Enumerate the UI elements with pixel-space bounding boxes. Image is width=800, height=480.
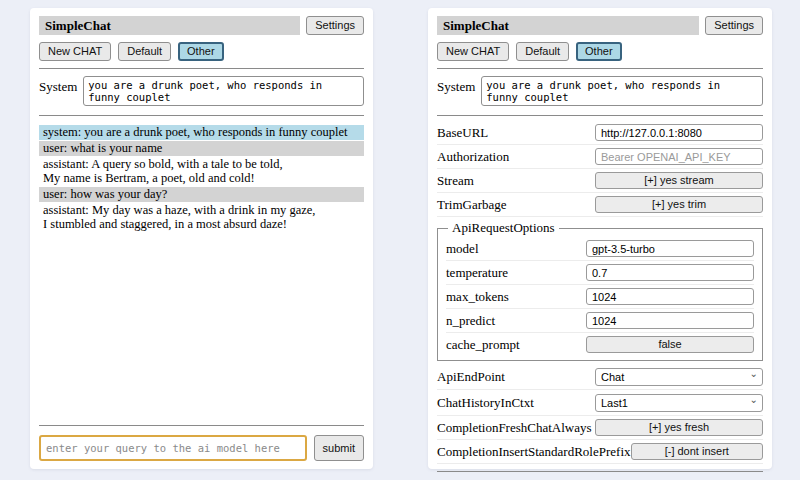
max-tokens-label: max_tokens (446, 289, 586, 305)
settings-button[interactable]: Settings (705, 16, 763, 35)
session-toolbar: New CHAT Default Other (437, 42, 763, 61)
session-tab-default[interactable]: Default (118, 42, 171, 61)
chathistory-select[interactable]: Last1 (595, 394, 763, 412)
model-label: model (446, 241, 586, 257)
settings-row-n-predict: n_predict (446, 309, 754, 333)
settings-row-chathistory: ChatHistoryInCtxt Last1 ⌄ (437, 390, 763, 416)
cache-prompt-label: cache_prompt (446, 337, 586, 353)
divider (39, 68, 364, 69)
temperature-label: temperature (446, 265, 586, 281)
api-request-options-legend: ApiRequestOptions (448, 220, 559, 236)
header: SimpleChat Settings (437, 16, 763, 35)
system-label: System (39, 76, 77, 95)
system-prompt-input[interactable] (83, 76, 364, 106)
settings-row-completioninsert: CompletionInsertStandardRolePrefix [-] d… (437, 440, 763, 464)
authorization-label: Authorization (437, 149, 595, 165)
session-tab-other[interactable]: Other (178, 42, 224, 61)
completionfresh-toggle-button[interactable]: [+] yes fresh (595, 419, 763, 436)
divider (39, 425, 364, 426)
baseurl-label: BaseURL (437, 125, 595, 141)
spacer (39, 233, 364, 418)
session-tab-other[interactable]: Other (576, 42, 622, 61)
model-input[interactable] (586, 240, 754, 257)
chat-message: assistant: My day was a haze, with a dri… (39, 203, 364, 232)
baseurl-input[interactable] (595, 124, 763, 141)
new-chat-button[interactable]: New CHAT (39, 42, 111, 61)
settings-row-cache-prompt: cache_prompt false (446, 333, 754, 356)
completioninsert-label: CompletionInsertStandardRolePrefix (437, 444, 631, 460)
system-prompt-input[interactable] (481, 76, 763, 106)
settings-row-authorization: Authorization (437, 145, 763, 169)
submit-button[interactable]: submit (314, 435, 364, 461)
settings-row-completionfresh: CompletionFreshChatAlways [+] yes fresh (437, 416, 763, 440)
divider (437, 68, 763, 69)
settings-row-model: model (446, 237, 754, 261)
divider (437, 115, 763, 116)
query-row: submit (39, 435, 364, 461)
max-tokens-input[interactable] (586, 288, 754, 305)
session-tab-default[interactable]: Default (516, 42, 569, 61)
n-predict-label: n_predict (446, 313, 586, 329)
settings-row-stream: Stream [+] yes stream (437, 169, 763, 193)
completioninsert-toggle-button[interactable]: [-] dont insert (631, 443, 763, 460)
chat-message: user: what is your name (39, 141, 364, 156)
app-title: SimpleChat (39, 16, 300, 35)
apiendpoint-select[interactable]: Chat (595, 368, 763, 386)
settings-row-temperature: temperature (446, 261, 754, 285)
settings-button[interactable]: Settings (306, 16, 364, 35)
query-input[interactable] (39, 435, 307, 461)
system-prompt-row: System (39, 76, 364, 106)
chat-message: system: you are a drunk poet, who respon… (39, 125, 364, 140)
divider (39, 115, 364, 116)
settings-row-max-tokens: max_tokens (446, 285, 754, 309)
chathistory-label: ChatHistoryInCtxt (437, 395, 595, 411)
new-chat-button[interactable]: New CHAT (437, 42, 509, 61)
api-request-options-fieldset: ApiRequestOptions model temperature max_… (437, 220, 763, 361)
chat-log: system: you are a drunk poet, who respon… (39, 125, 364, 233)
chat-message: user: how was your day? (39, 187, 364, 202)
apiendpoint-label: ApiEndPoint (437, 369, 595, 385)
trimgarbage-toggle-button[interactable]: [+] yes trim (595, 196, 763, 213)
settings-panel: SimpleChat Settings New CHAT Default Oth… (428, 8, 772, 469)
settings-row-baseurl: BaseURL (437, 121, 763, 145)
session-toolbar: New CHAT Default Other (39, 42, 364, 61)
system-label: System (437, 76, 475, 95)
settings-row-apiendpoint: ApiEndPoint Chat ⌄ (437, 364, 763, 390)
cache-prompt-toggle-button[interactable]: false (586, 336, 754, 353)
stream-toggle-button[interactable]: [+] yes stream (595, 172, 763, 189)
stream-label: Stream (437, 173, 595, 189)
header: SimpleChat Settings (39, 16, 364, 35)
divider (437, 471, 763, 472)
n-predict-input[interactable] (586, 312, 754, 329)
chat-panel: SimpleChat Settings New CHAT Default Oth… (30, 8, 373, 469)
trimgarbage-label: TrimGarbage (437, 197, 595, 213)
system-prompt-row: System (437, 76, 763, 106)
settings-row-trimgarbage: TrimGarbage [+] yes trim (437, 193, 763, 217)
temperature-input[interactable] (586, 264, 754, 281)
authorization-input[interactable] (595, 148, 763, 165)
app-title: SimpleChat (437, 16, 699, 35)
completionfresh-label: CompletionFreshChatAlways (437, 420, 595, 436)
chat-message: assistant: A query so bold, with a tale … (39, 157, 364, 186)
